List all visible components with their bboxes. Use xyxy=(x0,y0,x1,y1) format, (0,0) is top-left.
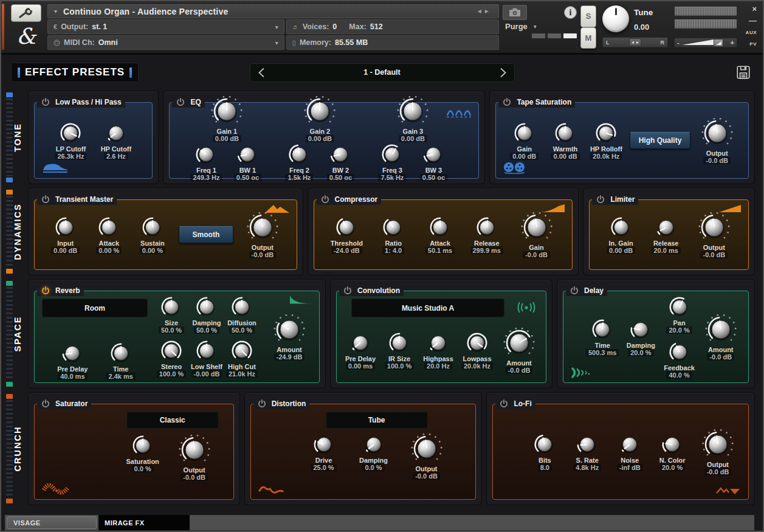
bits-knob[interactable]: Bits8.0 xyxy=(527,432,562,471)
eq-bw3-knob[interactable]: BW 30.50 oc xyxy=(416,142,451,181)
tape-hp-rolloff-knob[interactable]: HP Rolloff20.0k Hz xyxy=(588,121,624,160)
transient-sustain-knob[interactable]: Sustain0.00 % xyxy=(135,215,170,254)
wrench-button[interactable] xyxy=(11,4,41,22)
control-value: 0.00 % xyxy=(140,247,165,254)
reverb-amount-knob[interactable]: Amount-24.9 dB xyxy=(269,313,310,361)
eq-gain3-knob[interactable]: Gain 30.00 dB xyxy=(392,95,433,142)
power-icon[interactable] xyxy=(41,97,50,107)
hp-cutoff-knob[interactable]: HP Cutoff2.6 Hz xyxy=(98,121,134,160)
comp-attack-knob[interactable]: Attack50.1 ms xyxy=(422,215,458,254)
aux-button[interactable]: AUX xyxy=(746,29,757,36)
reverb-high-cut-knob[interactable]: High Cut21.0k Hz xyxy=(224,339,260,381)
power-icon[interactable] xyxy=(596,195,605,204)
power-icon[interactable] xyxy=(499,399,509,409)
preset-next-button[interactable] xyxy=(500,67,507,78)
eq-gain2-knob[interactable]: Gain 20.00 dB xyxy=(299,95,340,142)
reverb-damping-knob[interactable]: Damping50.0 % xyxy=(189,295,224,337)
reverb-time-knob[interactable]: Time2.4k ms xyxy=(103,341,139,380)
limiter-in-gain-knob[interactable]: In. Gain0.00 dB xyxy=(604,215,639,254)
reverb-type-select[interactable]: Room xyxy=(42,299,148,317)
volume-slider[interactable]: - + xyxy=(674,38,737,47)
purge-menu[interactable]: Purge ▾ xyxy=(503,22,577,31)
instrument-nav-arrows[interactable]: ◀▶ xyxy=(478,9,492,14)
comp-ratio-knob[interactable]: Ratio1: 4.0 xyxy=(376,215,411,254)
snapshot-camera-button[interactable] xyxy=(503,5,527,20)
delay-damping-knob[interactable]: Damping20.0 % xyxy=(623,317,658,356)
eq-bw1-knob[interactable]: BW 10.50 oc xyxy=(230,142,265,181)
delay-feedback-knob[interactable]: Feedback40.0 % xyxy=(662,340,697,379)
comp-release-knob[interactable]: Release299.9 ms xyxy=(469,215,504,254)
preset-prev-button[interactable] xyxy=(258,67,265,78)
tab-visage[interactable]: VISAGE xyxy=(7,516,97,529)
noise-knob[interactable]: Noise-inf dB xyxy=(612,432,647,471)
delay-amount-knob[interactable]: Amount-0.0 dB xyxy=(700,313,742,361)
eq-gain1-knob[interactable]: Gain 10.00 dB xyxy=(206,95,247,142)
conv-pre-delay-knob[interactable]: Pre Delay0.00 ms xyxy=(343,331,378,370)
close-button[interactable]: × xyxy=(752,5,757,13)
info-button[interactable]: i xyxy=(564,6,577,19)
sample-rate-knob[interactable]: S. Rate4.8k Hz xyxy=(570,432,605,471)
reverb-low-shelf-knob[interactable]: Low Shelf-0.00 dB xyxy=(189,339,224,381)
noise-color-knob[interactable]: N. Color20.0 % xyxy=(655,432,690,471)
reverb-stereo-knob[interactable]: Stereo100.0 % xyxy=(154,339,189,381)
instrument-title-bar[interactable]: ▾ Continuo Organ - Audience Perspective … xyxy=(47,4,499,18)
midi-channel-select[interactable]: MIDI Ch: Omni ▾ xyxy=(47,35,284,50)
conv-highpass-knob[interactable]: Highpass20.0 Hz xyxy=(421,331,456,370)
power-icon[interactable] xyxy=(176,97,185,107)
conv-ir-size-knob[interactable]: IR Size100.0 % xyxy=(382,331,417,370)
tape-gain-knob[interactable]: Gain0.00 dB xyxy=(507,121,542,160)
ir-select[interactable]: Music Studio A xyxy=(351,299,504,317)
distortion-type-select[interactable]: Tube xyxy=(326,412,428,429)
transient-attack-knob[interactable]: Attack0.00 % xyxy=(91,215,126,254)
drive-knob[interactable]: Drive25.0 % xyxy=(306,432,342,480)
saturation-knob[interactable]: Saturation0.0 % xyxy=(125,434,160,481)
reverb-diffusion-knob[interactable]: Diffusion50.0 % xyxy=(224,295,260,337)
delay-time-knob[interactable]: Time500.3 ms xyxy=(585,317,620,356)
tab-mirage-fx[interactable]: MIRAGE FX xyxy=(98,515,190,530)
distortion-output-knob[interactable]: Output-0.0 dB xyxy=(406,432,447,480)
mute-button[interactable]: M xyxy=(580,27,596,49)
level-meter-right xyxy=(674,19,737,29)
limiter-release-knob[interactable]: Release20.0 ms xyxy=(649,215,684,254)
memory-status: ▯ Memory: 85.55 MB xyxy=(286,35,499,50)
saturator-output-knob[interactable]: Output-0.0 dB xyxy=(174,434,215,481)
power-icon[interactable] xyxy=(41,399,50,409)
conv-amount-knob[interactable]: Amount-0.0 dB xyxy=(498,326,540,374)
eq-bw2-knob[interactable]: BW 20.50 oc xyxy=(323,142,358,181)
reverb-size-knob[interactable]: Size50.0 % xyxy=(154,295,189,337)
solo-button[interactable]: S xyxy=(580,5,596,27)
limiter-output-knob[interactable]: Output-0.0 dB xyxy=(693,211,735,258)
transient-input-knob[interactable]: Input0.00 dB xyxy=(48,215,83,254)
comp-gain-knob[interactable]: Gain-0.0 dB xyxy=(516,211,557,258)
comp-threshold-knob[interactable]: Threshold-24.0 dB xyxy=(329,215,364,254)
saturator-mode-select[interactable]: Classic xyxy=(126,412,219,429)
tape-warmth-knob[interactable]: Warmth0.00 dB xyxy=(548,121,583,160)
eq-freq2-knob[interactable]: Freq 21.5k Hz xyxy=(281,142,317,181)
lp-cutoff-knob[interactable]: LP Cutoff26.3k Hz xyxy=(53,121,88,160)
lofi-output-knob[interactable]: Output-0.0 dB xyxy=(697,428,738,475)
delay-pan-knob[interactable]: Pan20.0 % xyxy=(662,295,697,334)
power-icon[interactable] xyxy=(502,97,512,107)
high-quality-button[interactable]: High Quality xyxy=(630,132,691,149)
power-icon[interactable] xyxy=(257,399,267,409)
transient-output-knob[interactable]: Output-0.0 dB xyxy=(242,211,283,258)
power-icon[interactable] xyxy=(320,195,330,204)
pan-slider[interactable]: L R xyxy=(602,37,668,47)
tape-output-knob[interactable]: Output-0.0 dB xyxy=(697,117,738,164)
distortion-damping-knob[interactable]: Damping0.0 % xyxy=(356,432,391,480)
save-preset-button[interactable] xyxy=(734,63,753,82)
pv-button[interactable]: PV xyxy=(749,41,757,48)
power-icon[interactable] xyxy=(41,286,50,295)
conv-lowpass-knob[interactable]: Lowpass20.0k Hz xyxy=(459,331,495,370)
volume-handle[interactable] xyxy=(714,39,723,47)
power-icon[interactable] xyxy=(343,286,353,295)
smooth-button[interactable]: Smooth xyxy=(179,226,234,243)
eq-freq1-knob[interactable]: Freq 1249.3 Hz xyxy=(188,142,224,181)
eq-freq3-knob[interactable]: Freq 37.5k Hz xyxy=(374,142,410,181)
tune-knob[interactable] xyxy=(602,5,629,32)
power-icon[interactable] xyxy=(570,286,579,295)
power-icon[interactable] xyxy=(41,195,50,204)
reverb-pre-delay-knob[interactable]: Pre Delay40.0 ms xyxy=(55,341,90,380)
minimize-button[interactable]: — xyxy=(749,17,757,24)
output-select[interactable]: € Output: st. 1 ▾ xyxy=(47,19,284,34)
